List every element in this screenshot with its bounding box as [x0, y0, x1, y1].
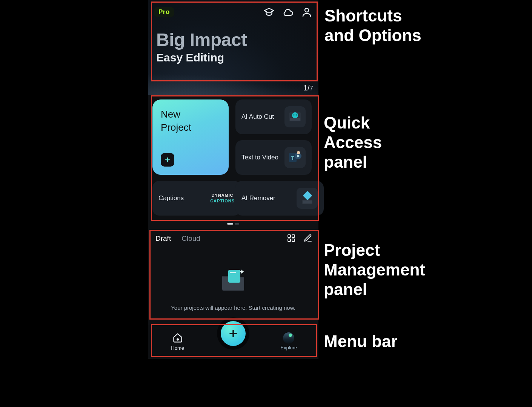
page-dot [235, 223, 239, 225]
quick-access-pagination[interactable] [227, 223, 239, 225]
annotation-box-quick-access [151, 95, 319, 221]
page-current: 1 [303, 84, 308, 92]
annotation-box-menu-bar [151, 324, 317, 357]
page-total: 7 [310, 85, 313, 92]
callout-menu-bar: Menu bar [324, 332, 398, 351]
callout-project-mgmt: Project Management panel [324, 240, 437, 299]
banner-page-indicator: 1/7 [303, 84, 313, 92]
annotation-box-project-mgmt [149, 230, 319, 320]
page-dot-active [227, 223, 233, 225]
annotation-box-shortcuts [151, 2, 318, 81]
callout-shortcuts: Shortcuts and Options [324, 6, 423, 45]
callout-quick-access: Quick Access panel [324, 113, 422, 172]
